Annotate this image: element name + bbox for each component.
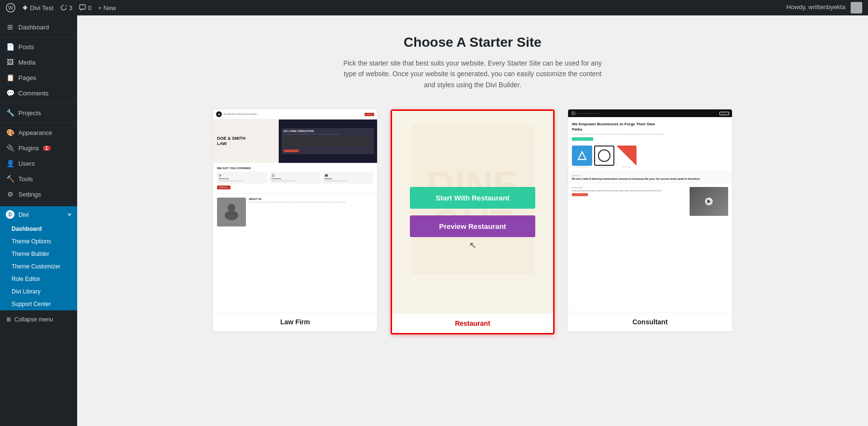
sidebar-item-tools[interactable]: 🔨 Tools bbox=[0, 171, 77, 186]
revisions[interactable]: 3 bbox=[60, 4, 72, 12]
svg-marker-6 bbox=[578, 152, 586, 160]
comments[interactable]: 0 bbox=[79, 4, 91, 12]
pages-icon: 📋 bbox=[6, 74, 14, 81]
sidebar-item-label: Appearance bbox=[18, 129, 52, 136]
media-icon: 🖼 bbox=[6, 58, 14, 66]
users-icon: 👤 bbox=[6, 160, 14, 167]
sidebar-item-label: Media bbox=[18, 59, 35, 66]
sidebar-item-label: Dashboard bbox=[18, 24, 49, 31]
divi-arrow bbox=[68, 213, 71, 216]
main-content: Choose A Starter Site Pick the starter s… bbox=[77, 15, 868, 426]
law-firm-label: Law Firm bbox=[213, 312, 377, 332]
cards-grid: ⊕ Home About Services Blog Contact Theme… bbox=[106, 109, 839, 334]
restaurant-label: Restaurant bbox=[392, 313, 553, 333]
sidebar-item-settings[interactable]: ⚙ Settings bbox=[0, 186, 77, 202]
consultant-card[interactable]: Home About Services Blog Blog Contact HI… bbox=[568, 109, 732, 332]
divi-submenu: Dashboard Theme Options Theme Builder Th… bbox=[0, 223, 77, 310]
restaurant-card[interactable]: DINEOUT Start With Restaurant Preview Re… bbox=[391, 109, 555, 334]
sidebar: ⊞ Dashboard 📄 Posts 🖼 Media 📋 Pages 💬 Co… bbox=[0, 15, 77, 426]
sidebar-item-label: Settings bbox=[18, 191, 41, 198]
sidebar-item-pages[interactable]: 📋 Pages bbox=[0, 70, 77, 85]
divi-icon: D bbox=[6, 210, 14, 219]
law-firm-preview: ⊕ Home About Services Blog Contact Theme… bbox=[213, 109, 377, 312]
sidebar-item-appearance[interactable]: 🎨 Appearance bbox=[0, 125, 77, 140]
restaurant-preview: DINEOUT Start With Restaurant Preview Re… bbox=[392, 111, 553, 313]
sub-item-theme-options[interactable]: Theme Options bbox=[0, 235, 77, 248]
sub-item-theme-builder[interactable]: Theme Builder bbox=[0, 248, 77, 260]
user-greeting: Howdy, writtenbyekta bbox=[787, 2, 862, 13]
sub-item-dashboard[interactable]: Dashboard bbox=[0, 223, 77, 235]
plugins-icon: 🔌 bbox=[6, 144, 14, 152]
sidebar-item-posts[interactable]: 📄 Posts bbox=[0, 39, 77, 54]
law-firm-card[interactable]: ⊕ Home About Services Blog Contact Theme… bbox=[213, 109, 377, 332]
page-title: Choose A Starter Site bbox=[106, 35, 839, 50]
svg-point-5 bbox=[225, 211, 238, 220]
svg-rect-2 bbox=[80, 5, 85, 9]
sidebar-item-media[interactable]: 🖼 Media bbox=[0, 54, 77, 70]
sidebar-item-plugins[interactable]: 🔌 Plugins 1 bbox=[0, 140, 77, 156]
sub-item-role-editor[interactable]: Role Editor bbox=[0, 273, 77, 285]
sidebar-item-label: Comments bbox=[18, 90, 49, 97]
sub-item-support-center[interactable]: Support Center bbox=[0, 298, 77, 310]
projects-icon: 🔧 bbox=[6, 109, 14, 117]
consultant-label: Consultant bbox=[568, 312, 732, 332]
collapse-icon bbox=[6, 317, 12, 322]
sidebar-item-label: Tools bbox=[18, 175, 33, 183]
sidebar-item-comments[interactable]: 💬 Comments bbox=[0, 85, 77, 101]
appearance-icon: 🎨 bbox=[6, 129, 14, 136]
topbar: W Divi Test 3 0 + New Howdy, writtenbyek… bbox=[0, 0, 868, 15]
sidebar-item-label: Posts bbox=[18, 43, 34, 51]
collapse-menu[interactable]: Collapse menu bbox=[0, 310, 77, 329]
sidebar-item-users[interactable]: 👤 Users bbox=[0, 156, 77, 171]
sidebar-item-label: Projects bbox=[18, 109, 41, 117]
sidebar-item-projects[interactable]: 🔧 Projects bbox=[0, 105, 77, 120]
posts-icon: 📄 bbox=[6, 43, 14, 51]
wp-logo[interactable]: W bbox=[6, 3, 15, 13]
svg-point-4 bbox=[228, 204, 235, 212]
cursor-indicator: ↖ bbox=[469, 240, 476, 251]
tools-icon: 🔨 bbox=[6, 175, 14, 183]
restaurant-overlay: Start With Restaurant Preview Restaurant… bbox=[392, 111, 553, 313]
preview-restaurant-button[interactable]: Preview Restaurant bbox=[410, 215, 535, 237]
sidebar-item-dashboard[interactable]: ⊞ Dashboard bbox=[0, 19, 77, 35]
settings-icon: ⚙ bbox=[6, 190, 14, 198]
site-name[interactable]: Divi Test bbox=[22, 4, 54, 12]
page-subtitle: Pick the starter site that best suits yo… bbox=[338, 58, 608, 90]
new-item[interactable]: + New bbox=[98, 4, 116, 12]
sidebar-item-label: Users bbox=[18, 160, 35, 167]
sub-item-theme-customizer[interactable]: Theme Customizer bbox=[0, 260, 77, 273]
sub-item-divi-library[interactable]: Divi Library bbox=[0, 285, 77, 298]
sidebar-item-label: Pages bbox=[18, 74, 36, 81]
sidebar-item-label: Divi bbox=[18, 211, 29, 218]
plugins-badge: 1 bbox=[43, 146, 51, 151]
sidebar-item-label: Plugins bbox=[18, 145, 39, 152]
dashboard-icon: ⊞ bbox=[6, 23, 14, 31]
consultant-preview: Home About Services Blog Blog Contact HI… bbox=[568, 109, 732, 312]
sidebar-item-divi[interactable]: D Divi bbox=[0, 206, 77, 223]
comments-icon: 💬 bbox=[6, 89, 14, 97]
start-with-restaurant-button[interactable]: Start With Restaurant bbox=[410, 187, 535, 209]
svg-text:W: W bbox=[8, 5, 14, 11]
